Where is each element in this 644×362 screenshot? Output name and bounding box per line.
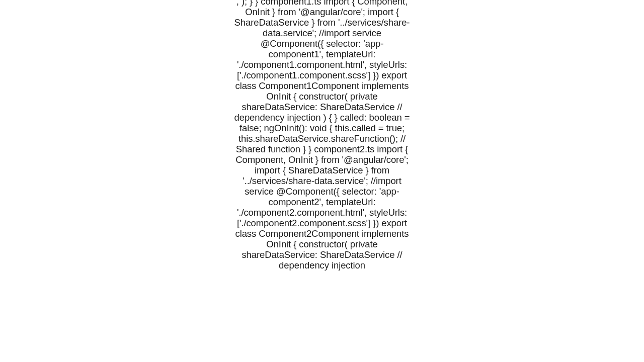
article-body: , ); } } component1.ts import { Componen… (234, 0, 410, 270)
